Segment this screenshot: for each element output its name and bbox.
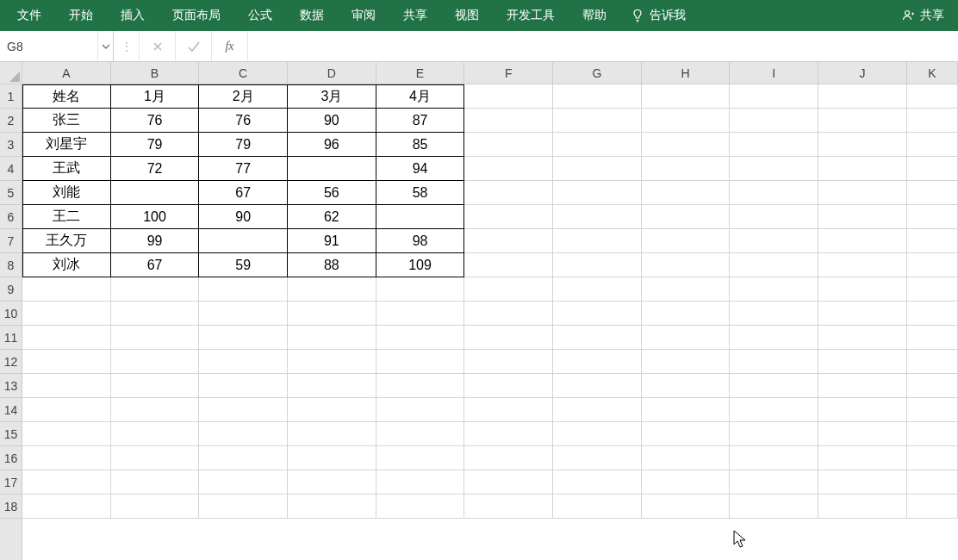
cell[interactable] <box>464 398 553 422</box>
cell[interactable] <box>642 205 731 229</box>
cell[interactable] <box>464 277 553 302</box>
cell[interactable] <box>642 229 731 253</box>
cancel-button[interactable] <box>140 31 176 61</box>
cell[interactable]: 王二 <box>22 205 111 229</box>
cell[interactable] <box>464 253 553 277</box>
cell[interactable] <box>642 422 731 446</box>
cell[interactable] <box>22 326 111 350</box>
cell[interactable] <box>907 326 958 350</box>
cell[interactable] <box>730 326 818 350</box>
cell[interactable] <box>464 84 553 109</box>
name-box-dropdown[interactable] <box>97 31 113 61</box>
cell[interactable] <box>553 374 642 398</box>
cell[interactable] <box>22 302 111 326</box>
cell[interactable] <box>553 181 642 205</box>
cell[interactable] <box>907 350 958 374</box>
cell[interactable] <box>553 109 642 133</box>
cell[interactable]: 56 <box>288 181 376 205</box>
cell[interactable] <box>464 181 553 205</box>
column-header[interactable]: I <box>730 62 818 84</box>
tab-file[interactable]: 文件 <box>3 1 55 30</box>
column-header[interactable]: K <box>907 62 958 84</box>
cell[interactable]: 90 <box>199 205 288 229</box>
cell[interactable] <box>111 326 200 350</box>
cell[interactable] <box>464 229 553 253</box>
cell[interactable] <box>288 495 376 519</box>
cell[interactable] <box>464 374 553 398</box>
row-header[interactable]: 18 <box>0 495 22 519</box>
cell[interactable] <box>376 302 465 326</box>
cell[interactable]: 王武 <box>22 157 111 181</box>
cell[interactable] <box>376 350 465 374</box>
cell[interactable]: 67 <box>199 181 288 205</box>
cell[interactable] <box>642 350 731 374</box>
cell[interactable] <box>288 470 376 495</box>
cell[interactable] <box>199 398 288 422</box>
cell[interactable] <box>730 205 818 229</box>
cell[interactable] <box>376 205 465 229</box>
cell[interactable] <box>199 374 288 398</box>
cell[interactable]: 1月 <box>111 84 200 109</box>
cell[interactable] <box>642 446 731 470</box>
tab-home[interactable]: 开始 <box>55 1 107 30</box>
cell[interactable]: 87 <box>376 109 465 133</box>
cell[interactable] <box>730 157 818 181</box>
cell[interactable]: 88 <box>288 253 376 277</box>
tab-share[interactable]: 共享 <box>389 1 441 30</box>
column-header[interactable]: B <box>111 62 200 84</box>
cell[interactable] <box>553 229 642 253</box>
cell[interactable] <box>818 109 907 133</box>
row-header[interactable]: 12 <box>0 350 22 374</box>
cell[interactable] <box>730 109 818 133</box>
cell[interactable] <box>464 157 553 181</box>
cell[interactable] <box>730 374 818 398</box>
cell[interactable] <box>818 326 907 350</box>
formula-input[interactable] <box>248 31 958 61</box>
cell[interactable] <box>22 374 111 398</box>
cell[interactable] <box>818 398 907 422</box>
cell[interactable] <box>199 277 288 302</box>
cell[interactable] <box>464 205 553 229</box>
cell[interactable]: 98 <box>376 229 465 253</box>
cell[interactable] <box>642 374 731 398</box>
cell[interactable] <box>818 495 907 519</box>
cell[interactable] <box>111 277 200 302</box>
tab-insert[interactable]: 插入 <box>107 1 159 30</box>
row-header[interactable]: 5 <box>0 181 22 205</box>
row-header[interactable]: 7 <box>0 229 22 253</box>
cell[interactable] <box>464 422 553 446</box>
cell[interactable] <box>730 350 818 374</box>
cell[interactable] <box>111 181 200 205</box>
cell[interactable] <box>907 205 958 229</box>
cell[interactable] <box>199 446 288 470</box>
cell[interactable] <box>642 495 731 519</box>
row-header[interactable]: 9 <box>0 277 22 302</box>
cell[interactable] <box>907 422 958 446</box>
cell[interactable] <box>818 277 907 302</box>
cell[interactable] <box>907 157 958 181</box>
row-header[interactable]: 3 <box>0 133 22 157</box>
enter-button[interactable] <box>176 31 212 61</box>
cell[interactable] <box>907 109 958 133</box>
cell[interactable] <box>907 398 958 422</box>
cell[interactable] <box>907 253 958 277</box>
tab-formulas[interactable]: 公式 <box>234 1 286 30</box>
cell[interactable] <box>642 109 731 133</box>
cell[interactable] <box>199 470 288 495</box>
cell[interactable] <box>464 133 553 157</box>
cell[interactable] <box>818 133 907 157</box>
cell[interactable]: 85 <box>376 133 465 157</box>
cell[interactable]: 100 <box>111 205 200 229</box>
tab-page-layout[interactable]: 页面布局 <box>159 1 234 30</box>
cell[interactable] <box>464 326 553 350</box>
cell[interactable] <box>907 133 958 157</box>
cell[interactable]: 67 <box>111 253 200 277</box>
row-header[interactable]: 4 <box>0 157 22 181</box>
column-header[interactable]: G <box>553 62 642 84</box>
row-header[interactable]: 8 <box>0 253 22 277</box>
cell[interactable] <box>288 422 376 446</box>
row-header[interactable]: 11 <box>0 326 22 350</box>
cell[interactable] <box>642 181 731 205</box>
cell[interactable] <box>553 277 642 302</box>
cell[interactable] <box>907 84 958 109</box>
